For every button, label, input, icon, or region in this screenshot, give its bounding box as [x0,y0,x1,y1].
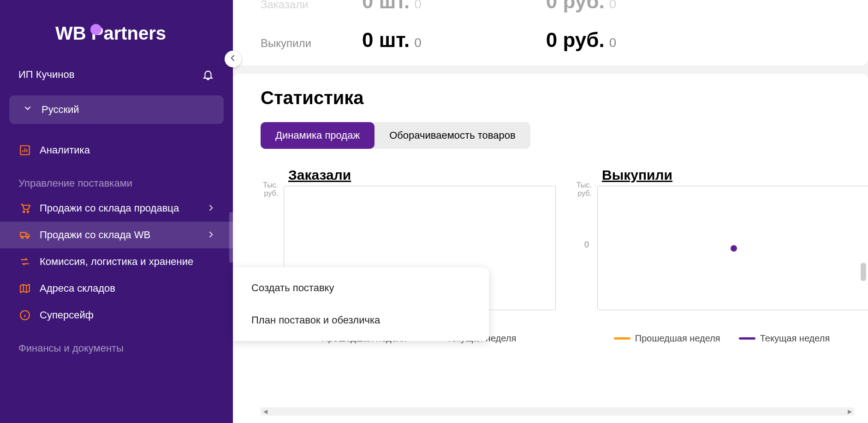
sidebar-item-label: Аналитика [40,144,90,156]
statistics-panel: Статистика Динамика продаж Оборачиваемос… [233,74,868,423]
scroll-left-icon[interactable]: ◀ [262,408,269,415]
chart-icon [18,144,31,156]
sidebar-item-label: Суперсейф [40,309,94,321]
user-name: ИП Кучинов [18,69,74,81]
tab-sales-dynamics[interactable]: Динамика продаж [261,122,375,149]
arrow-left-icon [229,54,237,64]
brand-logo[interactable]: WB Partners [0,14,233,62]
chart-bought-title[interactable]: Выкупили [602,167,868,183]
sidebar-section-finance: Финансы и документы [0,329,233,360]
scroll-right-icon[interactable]: ▶ [846,408,853,415]
submenu-supply-plan[interactable]: План поставок и обезличка [233,304,489,336]
brand-dot-icon [90,24,101,35]
chevron-down-icon [23,104,32,116]
bell-icon[interactable] [202,69,214,81]
transfer-icon [18,256,31,268]
chart-data-point [731,245,737,252]
svg-point-3 [22,237,23,238]
cart-icon [18,202,31,214]
stats-horizontal-scrollbar[interactable]: ◀ ▶ [261,407,854,416]
sidebar-item-label: Продажи со склада WB [40,229,150,241]
svg-point-4 [27,237,28,238]
metric-bought-label: Выкупили [261,37,325,50]
chevron-right-icon [207,202,214,214]
sidebar-item-wb-warehouse[interactable]: Продажи со склада WB [0,222,233,248]
sidebar-item-warehouse-addresses[interactable]: Адреса складов [0,275,233,302]
main-area: Заказали 0 шт. 0 0 руб. 0 Выкупили 0 шт.… [233,0,868,423]
legend-current-week: Текущая неделя [739,333,830,344]
sidebar-collapse-button[interactable] [225,51,241,67]
info-circle-icon [18,309,31,321]
chart-ordered-title[interactable]: Заказали [288,167,556,183]
sidebar-item-label: Продажи со склада продавца [40,202,179,214]
submenu-create-supply[interactable]: Создать поставку [233,272,489,304]
sidebar-item-commission[interactable]: Комиссия, логистика и хранение [0,248,233,275]
chart-y-unit: Тыс. руб. [260,181,278,197]
brand-part1: WB [55,23,86,43]
legend-swatch-orange [614,337,630,340]
language-selector[interactable]: Русский [9,95,224,124]
tab-turnover[interactable]: Оборачиваемость товаров [371,122,530,149]
sidebar-section-supplies: Управление поставками [0,164,233,195]
sidebar-item-label: Комиссия, логистика и хранение [40,256,193,268]
sidebar-item-label: Адреса складов [40,282,115,294]
svg-point-1 [23,211,24,212]
user-row[interactable]: ИП Кучинов [0,62,233,87]
metric-ordered-label: Заказали [261,0,325,11]
wb-warehouse-submenu: Создать поставку План поставок и обезлич… [233,267,489,341]
metric-ordered-rub: 0 руб. 0 [546,0,616,13]
legend-swatch-purple [739,337,755,340]
chevron-right-icon [207,229,214,241]
chart-y-unit: Тыс. руб. [573,181,592,197]
top-metrics-panel: Заказали 0 шт. 0 0 руб. 0 Выкупили 0 шт.… [233,0,868,65]
chart-bought: Выкупили Тыс. руб. 0 Прошедшая неделя [574,167,868,344]
svg-point-2 [27,211,29,212]
chart-bought-plot [597,186,868,310]
sidebar-item-seller-warehouse[interactable]: Продажи со склада продавца [0,195,233,222]
metric-bought-pcs: 0 шт. 0 [362,29,422,52]
chart-bought-legend: Прошедшая неделя Текущая неделя [574,333,868,344]
sidebar-item-supersafe[interactable]: Суперсейф [0,302,233,329]
stats-tabs: Динамика продаж Оборачиваемость товаров [261,122,840,149]
chart-y-tick-zero: 0 [584,240,589,250]
legend-past-week: Прошедшая неделя [614,333,720,344]
sidebar-item-analytics[interactable]: Аналитика [0,137,233,164]
metric-bought-rub: 0 руб. 0 [546,29,616,52]
metric-ordered-pcs: 0 шт. 0 [362,0,422,13]
statistics-title: Статистика [261,88,840,108]
truck-icon [18,229,31,241]
stats-vertical-scrollbar[interactable] [861,263,866,281]
sidebar-scrollbar[interactable] [229,212,233,263]
map-icon [18,282,31,294]
language-label: Русский [42,104,79,116]
brand-part2: Partners [91,23,166,43]
sidebar: WB Partners ИП Кучинов Русский Аналитика… [0,0,233,423]
